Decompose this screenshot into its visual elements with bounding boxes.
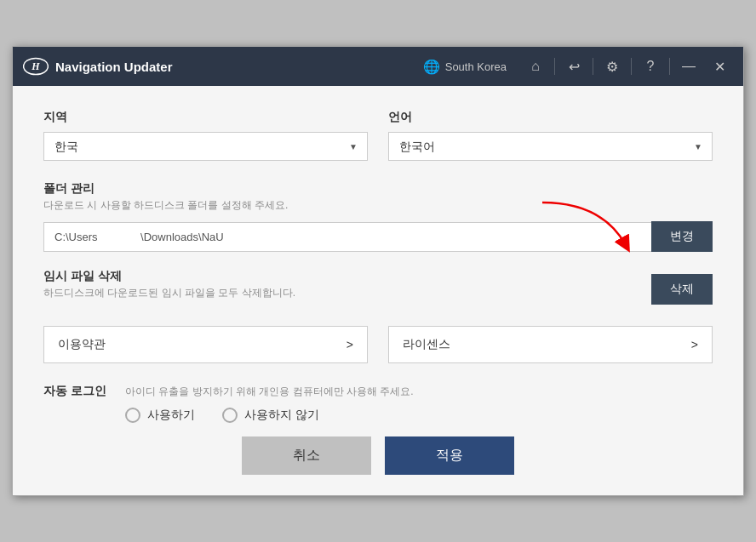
minimize-button[interactable]: — — [675, 53, 702, 80]
license-link[interactable]: 라이센스 > — [388, 326, 713, 363]
radio-enable[interactable]: 사용하기 — [125, 408, 195, 423]
folder-path-input[interactable] — [43, 222, 651, 252]
region-indicator: 🌐 South Korea — [423, 59, 507, 75]
folder-change-button[interactable]: 변경 — [651, 221, 713, 252]
region-select[interactable]: 한국 — [43, 132, 368, 161]
radio-group: 사용하기 사용하지 않기 — [125, 408, 713, 423]
radio-enable-circle — [125, 408, 140, 423]
terms-arrow: > — [346, 338, 353, 351]
separator-1 — [554, 58, 555, 75]
svg-text:H: H — [31, 60, 40, 72]
delete-desc: 하드디스크에 다운로드된 임시 파일을 모두 삭제합니다. — [43, 286, 651, 300]
separator-4 — [669, 58, 670, 75]
autologin-top: 자동 로그인 아이디 유출을 방지하기 위해 개인용 컴퓨터에만 사용해 주세요… — [43, 384, 713, 399]
radio-disable-circle — [222, 408, 238, 423]
window-controls: ⌂ ↩ ⚙ ? — ✕ — [522, 53, 733, 80]
folder-section: 폴더 관리 다운로드 시 사용할 하드디스크 폴더를 설정해 주세요. 변경 — [43, 181, 713, 252]
folder-section-title: 폴더 관리 — [43, 181, 713, 197]
folder-path-row: 변경 — [43, 221, 713, 252]
settings-button[interactable]: ⚙ — [598, 53, 626, 80]
region-label: South Korea — [445, 60, 507, 73]
delete-info: 임시 파일 삭제 하드디스크에 다운로드된 임시 파일을 모두 삭제합니다. — [43, 269, 651, 309]
radio-disable[interactable]: 사용하지 않기 — [222, 408, 319, 423]
separator-2 — [593, 58, 593, 75]
close-button[interactable]: ✕ — [706, 53, 733, 80]
language-field-label: 언어 — [388, 110, 713, 125]
hyundai-logo: H — [23, 54, 49, 79]
separator-3 — [631, 58, 632, 75]
delete-button[interactable]: 삭제 — [651, 274, 713, 305]
region-field-label: 지역 — [43, 110, 368, 125]
autologin-section: 자동 로그인 아이디 유출을 방지하기 위해 개인용 컴퓨터에만 사용해 주세요… — [43, 384, 713, 423]
region-language-row: 지역 한국 언어 한국어 — [43, 110, 713, 161]
radio-disable-label: 사용하지 않기 — [244, 408, 319, 423]
region-group: 지역 한국 — [43, 110, 368, 161]
language-select-wrapper: 한국어 — [388, 132, 713, 161]
terms-license-row: 이용약관 > 라이센스 > — [43, 326, 713, 363]
delete-title: 임시 파일 삭제 — [43, 269, 651, 284]
app-window: H Navigation Updater 🌐 South Korea ⌂ ↩ ⚙… — [12, 46, 744, 496]
content-area: 지역 한국 언어 한국어 폴더 관리 다운로드 시 사용할 하드디스크 폴더를 — [13, 86, 743, 495]
terms-link[interactable]: 이용약관 > — [43, 326, 368, 363]
radio-enable-label: 사용하기 — [147, 408, 195, 423]
home-button[interactable]: ⌂ — [522, 53, 549, 80]
app-title: Navigation Updater — [55, 60, 416, 74]
license-label: 라이센스 — [403, 337, 450, 352]
help-button[interactable]: ? — [637, 53, 664, 80]
language-group: 언어 한국어 — [388, 110, 713, 161]
autologin-label: 자동 로그인 — [43, 384, 112, 399]
globe-icon: 🌐 — [423, 59, 440, 75]
folder-section-desc: 다운로드 시 사용할 하드디스크 폴더를 설정해 주세요. — [43, 198, 713, 213]
delete-section: 임시 파일 삭제 하드디스크에 다운로드된 임시 파일을 모두 삭제합니다. 삭… — [43, 269, 713, 309]
license-arrow: > — [691, 338, 698, 351]
region-select-wrapper: 한국 — [43, 132, 368, 161]
titlebar: H Navigation Updater 🌐 South Korea ⌂ ↩ ⚙… — [13, 47, 743, 86]
terms-label: 이용약관 — [58, 337, 106, 352]
back-button[interactable]: ↩ — [560, 53, 587, 80]
language-select[interactable]: 한국어 — [388, 132, 713, 161]
footer-buttons: 취소 적용 — [43, 430, 713, 475]
autologin-desc: 아이디 유출을 방지하기 위해 개인용 컴퓨터에만 사용해 주세요. — [125, 385, 713, 399]
cancel-button[interactable]: 취소 — [242, 436, 371, 475]
apply-button[interactable]: 적용 — [385, 436, 514, 475]
